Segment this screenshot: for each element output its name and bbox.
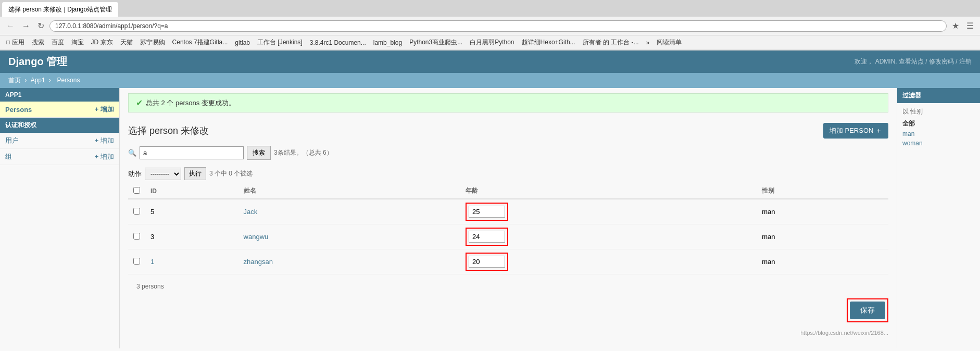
bookmark-baidu[interactable]: 百度 (49, 37, 66, 47)
table-wrapper: ID 姓名 年龄 性别 5 Jack (120, 183, 897, 293)
bookmark-more[interactable]: » (644, 39, 652, 47)
breadcrumb-app1[interactable]: App1 (31, 77, 45, 84)
save-button[interactable]: 保存 (850, 302, 885, 319)
person-link[interactable]: wangwu (244, 233, 269, 241)
sidebar-groups-link[interactable]: 组 (5, 152, 12, 161)
age-input[interactable] (469, 256, 505, 268)
age-input[interactable] (469, 206, 505, 218)
row-checkbox[interactable] (133, 233, 140, 240)
admin-user-link[interactable]: ADMIN (875, 58, 896, 65)
bookmark-apps[interactable]: □ 应用 (4, 37, 27, 47)
add-person-button[interactable]: 增加 PERSON ＋ (823, 123, 888, 139)
row-checkbox[interactable] (133, 208, 140, 215)
filter-item-all[interactable]: 全部 (902, 118, 975, 129)
bookmark-tianmao[interactable]: 天猫 (118, 37, 135, 47)
person-link[interactable]: Jack (244, 208, 258, 216)
table-row: 5 Jack man (128, 199, 888, 224)
view-site-link[interactable]: 查看站点 (899, 58, 924, 65)
row-age (460, 224, 757, 249)
action-go-button[interactable]: 执行 (184, 167, 206, 180)
table-row: 3 wangwu man (128, 224, 888, 249)
django-user-info: 欢迎， ADMIN. 查看站点 / 修改密码 / 注销 (855, 57, 972, 66)
sidebar-auth-title: 认证和授权 (0, 118, 119, 133)
bookmark-taobao[interactable]: 淘宝 (69, 37, 86, 47)
bookmark-reading-list[interactable]: 阅读清单 (655, 37, 684, 47)
row-gender: man (757, 224, 888, 249)
sidebar-item-persons: Persons + 增加 (0, 102, 119, 118)
extensions-button[interactable]: ☰ (964, 20, 976, 32)
breadcrumb-persons: Persons (57, 77, 80, 84)
filter-title: 过滤器 (897, 88, 980, 103)
browser-chrome: 选择 person 来修改 | Django站点管理 ← → ↻ ★ ☰ □ 应… (0, 0, 980, 51)
save-area: 保存 (120, 293, 897, 328)
url-bar[interactable] (49, 20, 947, 32)
success-icon: ✔ (136, 98, 143, 108)
bookmark-hexo[interactable]: 超详细Hexo+Gith... (520, 37, 577, 47)
filter-item-man[interactable]: man (902, 129, 975, 139)
bookmark-star[interactable]: ★ (950, 20, 961, 32)
search-bar: 🔍 搜索 3条结果。（总共 6） (120, 142, 897, 164)
success-message: ✔ 总共 2 个 persons 变更成功。 (128, 93, 888, 112)
bookmark-centos[interactable]: Centos 7搭建Gitla... (170, 37, 230, 47)
filter-panel: 过滤器 以 性别 全部 man woman (897, 88, 980, 348)
sidebar-groups-add[interactable]: + 增加 (95, 152, 114, 161)
action-select[interactable]: --------- (145, 168, 181, 180)
breadcrumb: 首页 › App1 › Persons (0, 73, 980, 88)
main-content: ✔ 总共 2 个 persons 变更成功。 选择 person 来修改 增加 … (120, 88, 897, 348)
table-header: ID 姓名 年龄 性别 (128, 183, 888, 199)
row-age (460, 199, 757, 224)
bookmark-docs[interactable]: 3.8.4rc1 Documen... (308, 39, 368, 47)
row-age (460, 249, 757, 274)
row-checkbox-col (128, 199, 145, 224)
bookmark-suning[interactable]: 苏宁易购 (138, 37, 167, 47)
search-icon: 🔍 (128, 149, 136, 157)
bookmark-gitlab[interactable]: gitlab (233, 39, 252, 47)
back-button[interactable]: ← (4, 20, 17, 32)
age-input-wrapper (466, 203, 508, 221)
row-checkbox-col (128, 249, 145, 274)
table-footer: 3 persons (128, 280, 888, 293)
browser-bookmarks: □ 应用 搜索 百度 淘宝 JD 京东 天猫 苏宁易购 Centos 7搭建Gi… (0, 35, 980, 50)
select-all-checkbox[interactable] (133, 187, 140, 194)
bookmark-jd[interactable]: JD 京东 (89, 37, 115, 47)
row-gender: man (757, 249, 888, 274)
sidebar-persons-link[interactable]: Persons (5, 106, 32, 114)
sidebar-users-link[interactable]: 用户 (5, 136, 19, 145)
filter-item-woman[interactable]: woman (902, 139, 975, 148)
select-all-col (128, 183, 145, 199)
row-checkbox[interactable] (133, 258, 140, 265)
bookmark-python3[interactable]: Python3商业爬虫... (407, 37, 464, 47)
forward-button[interactable]: → (20, 20, 32, 32)
row-name: Jack (238, 199, 460, 224)
search-input[interactable] (140, 146, 244, 159)
browser-tab[interactable]: 选择 person 来修改 | Django站点管理 (2, 2, 118, 17)
sidebar: APP1 Persons + 增加 认证和授权 用户 + 增加 组 + 增加 (0, 88, 120, 348)
change-password-link[interactable]: 修改密码 (929, 58, 954, 65)
django-header: Django 管理 欢迎， ADMIN. 查看站点 / 修改密码 / 注销 (0, 51, 980, 73)
table-row: 1 zhangsan man (128, 249, 888, 274)
sidebar-item-groups: 组 + 增加 (0, 149, 119, 165)
col-name: 姓名 (238, 183, 460, 199)
bookmark-workspace[interactable]: 所有者 的 工作台 -... (581, 37, 641, 47)
row-gender: man (757, 199, 888, 224)
sidebar-users-add[interactable]: + 增加 (95, 136, 114, 145)
bookmark-lamb[interactable]: lamb_blog (371, 39, 404, 47)
sidebar-persons-add[interactable]: + 增加 (95, 105, 114, 114)
person-id-link[interactable]: 1 (150, 258, 154, 266)
row-id: 5 (145, 199, 238, 224)
bookmark-python-white[interactable]: 白月黑羽Python (468, 37, 516, 47)
search-result: 3条结果。（总共 6） (274, 148, 333, 157)
age-input[interactable] (469, 231, 505, 243)
person-link[interactable]: zhangsan (244, 258, 273, 266)
breadcrumb-home[interactable]: 首页 (8, 77, 21, 84)
main-container: APP1 Persons + 增加 认证和授权 用户 + 增加 组 + 增加 ✔… (0, 88, 980, 348)
search-button[interactable]: 搜索 (247, 146, 271, 160)
bookmark-jenkins[interactable]: 工作台 [Jenkins] (255, 37, 305, 47)
bookmark-search[interactable]: 搜索 (30, 37, 46, 47)
logout-link[interactable]: 注销 (959, 58, 972, 65)
django-title: Django 管理 (8, 55, 67, 69)
data-table: ID 姓名 年龄 性别 5 Jack (128, 183, 888, 274)
sidebar-app1-title: APP1 (0, 88, 119, 102)
filter-by-gender-label: 以 性别 (902, 107, 975, 116)
reload-button[interactable]: ↻ (35, 20, 46, 32)
